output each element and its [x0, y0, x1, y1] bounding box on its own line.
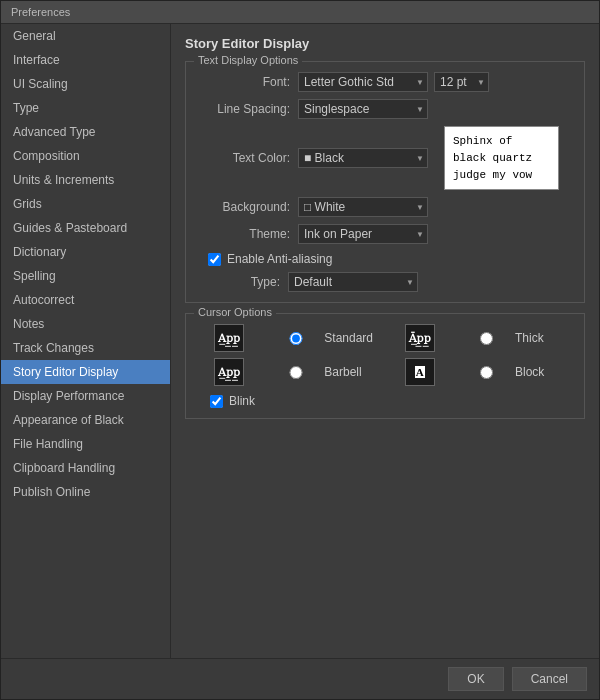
sidebar-item-composition[interactable]: Composition	[1, 144, 170, 168]
window-title: Preferences	[11, 6, 70, 18]
sidebar-item-type[interactable]: Type	[1, 96, 170, 120]
theme-select-wrapper[interactable]: Ink on Paper	[298, 224, 428, 244]
content-area: GeneralInterfaceUI ScalingTypeAdvanced T…	[1, 24, 599, 658]
text-color-label: Text Color:	[198, 151, 298, 165]
blink-checkbox[interactable]	[210, 395, 223, 408]
cursor-label-thick: Thick	[515, 331, 572, 345]
size-select[interactable]: 12 pt	[434, 72, 489, 92]
cursor-label-block: Block	[515, 365, 572, 379]
font-select[interactable]: Letter Gothic Std	[298, 72, 428, 92]
type-select[interactable]: Default	[288, 272, 418, 292]
text-display-group: Text Display Options Font: Letter Gothic…	[185, 61, 585, 303]
theme-row: Theme: Ink on Paper	[198, 224, 572, 244]
font-label: Font:	[198, 75, 298, 89]
section-title: Story Editor Display	[185, 36, 585, 51]
sidebar-item-autocorrect[interactable]: Autocorrect	[1, 288, 170, 312]
theme-label: Theme:	[198, 227, 298, 241]
ok-button[interactable]: OK	[448, 667, 503, 691]
cursor-label-standard: Standard	[324, 331, 400, 345]
type-label: Type:	[208, 275, 288, 289]
cursor-radio-standard[interactable]	[276, 332, 317, 345]
sidebar-item-spelling[interactable]: Spelling	[1, 264, 170, 288]
background-select[interactable]: □ White	[298, 197, 428, 217]
font-row: Font: Letter Gothic Std 12 pt	[198, 72, 572, 92]
cursor-icon-barbell: A̲p̲p̲	[214, 358, 244, 386]
antialias-row: Enable Anti-aliasing	[208, 252, 572, 266]
cursor-radio-barbell[interactable]	[276, 366, 317, 379]
text-color-select-wrapper[interactable]: ■ Black	[298, 148, 428, 168]
preview-text: Sphinx of black quartz judge my vow	[453, 135, 532, 181]
line-spacing-row: Line Spacing: Singlespace	[198, 99, 572, 119]
preferences-window: Preferences GeneralInterfaceUI ScalingTy…	[0, 0, 600, 700]
preview-box: Sphinx of black quartz judge my vow	[444, 126, 559, 190]
blink-label: Blink	[229, 394, 255, 408]
sidebar-item-file-handling[interactable]: File Handling	[1, 432, 170, 456]
theme-select[interactable]: Ink on Paper	[298, 224, 428, 244]
antialias-label: Enable Anti-aliasing	[227, 252, 332, 266]
cursor-options-grid: A̲p̲p̲ Standard Ā̲p̲p̲ Thick A̲p̲p̲	[214, 324, 572, 386]
sidebar-item-publish-online[interactable]: Publish Online	[1, 480, 170, 504]
footer: OK Cancel	[1, 658, 599, 699]
sidebar-item-advanced-type[interactable]: Advanced Type	[1, 120, 170, 144]
line-spacing-select[interactable]: Singlespace	[298, 99, 428, 119]
sidebar-item-notes[interactable]: Notes	[1, 312, 170, 336]
sidebar-item-grids[interactable]: Grids	[1, 192, 170, 216]
line-spacing-label: Line Spacing:	[198, 102, 298, 116]
sidebar-item-story-editor-display[interactable]: Story Editor Display	[1, 360, 170, 384]
background-row: Background: □ White	[198, 197, 572, 217]
title-bar: Preferences	[1, 1, 599, 24]
sidebar-item-track-changes[interactable]: Track Changes	[1, 336, 170, 360]
antialias-checkbox[interactable]	[208, 253, 221, 266]
text-color-select[interactable]: ■ Black	[298, 148, 428, 168]
sidebar-item-appearance-of-black[interactable]: Appearance of Black	[1, 408, 170, 432]
cursor-radio-thick[interactable]	[466, 332, 507, 345]
sidebar-item-guides--pasteboard[interactable]: Guides & Pasteboard	[1, 216, 170, 240]
type-row: Type: Default	[208, 272, 572, 292]
cursor-icon-block: A	[405, 358, 435, 386]
cursor-icon-thick: Ā̲p̲p̲	[405, 324, 435, 352]
background-select-wrapper[interactable]: □ White	[298, 197, 428, 217]
font-select-wrapper[interactable]: Letter Gothic Std	[298, 72, 428, 92]
sidebar-item-general[interactable]: General	[1, 24, 170, 48]
sidebar-item-ui-scaling[interactable]: UI Scaling	[1, 72, 170, 96]
main-panel: Story Editor Display Text Display Option…	[171, 24, 599, 658]
sidebar-item-units--increments[interactable]: Units & Increments	[1, 168, 170, 192]
size-select-wrapper[interactable]: 12 pt	[434, 72, 489, 92]
sidebar-item-interface[interactable]: Interface	[1, 48, 170, 72]
type-select-wrapper[interactable]: Default	[288, 272, 418, 292]
cancel-button[interactable]: Cancel	[512, 667, 587, 691]
sidebar-item-display-performance[interactable]: Display Performance	[1, 384, 170, 408]
cursor-group-label: Cursor Options	[194, 306, 276, 318]
text-color-row: Text Color: ■ Black Sphinx of black quar…	[198, 126, 572, 190]
sidebar-item-clipboard-handling[interactable]: Clipboard Handling	[1, 456, 170, 480]
text-display-group-label: Text Display Options	[194, 54, 302, 66]
line-spacing-select-wrapper[interactable]: Singlespace	[298, 99, 428, 119]
sidebar: GeneralInterfaceUI ScalingTypeAdvanced T…	[1, 24, 171, 658]
cursor-radio-block[interactable]	[466, 366, 507, 379]
cursor-label-barbell: Barbell	[324, 365, 400, 379]
background-label: Background:	[198, 200, 298, 214]
cursor-icon-standard: A̲p̲p̲	[214, 324, 244, 352]
sidebar-scroll[interactable]: GeneralInterfaceUI ScalingTypeAdvanced T…	[1, 24, 170, 658]
blink-row: Blink	[210, 394, 572, 408]
sidebar-item-dictionary[interactable]: Dictionary	[1, 240, 170, 264]
cursor-group: Cursor Options A̲p̲p̲ Standard Ā̲p̲p̲ Th…	[185, 313, 585, 419]
